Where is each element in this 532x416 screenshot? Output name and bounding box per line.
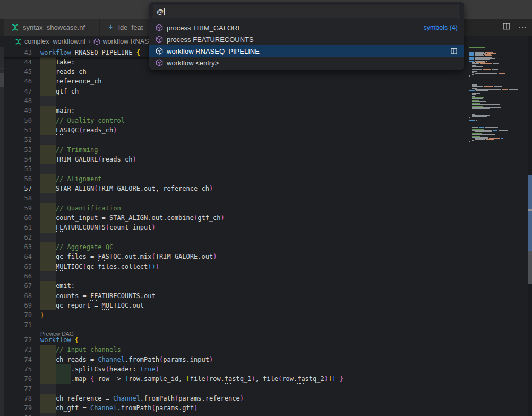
line-number[interactable]: 68 <box>4 291 32 301</box>
code-line[interactable]: reads_ch <box>40 67 87 77</box>
line-number[interactable]: 54 <box>4 155 32 164</box>
code-token: qc_files.collect <box>87 263 148 270</box>
right-scrollbar[interactable] <box>528 0 532 416</box>
scrollbar-segment[interactable] <box>528 211 532 251</box>
quick-pick-input[interactable]: @ <box>153 5 459 18</box>
code-line[interactable]: .map { row -> [row.sample_id, [file(row.… <box>40 374 344 384</box>
code-line[interactable]: } <box>40 310 44 320</box>
code-token: ) <box>209 356 213 363</box>
line-number[interactable]: 49 <box>4 106 32 115</box>
line-number[interactable]: 65 <box>4 262 32 271</box>
line-number[interactable]: 76 <box>4 374 32 384</box>
line-number[interactable]: 43 <box>4 48 32 57</box>
code-token: params.gtf <box>156 404 194 412</box>
code-line[interactable]: emit: <box>40 281 75 291</box>
code-line[interactable]: qc_report = MULTIQC.out <box>40 301 144 310</box>
line-number[interactable]: 64 <box>4 252 32 261</box>
tab-syntax-showcase[interactable]: syntax_showcase.nf <box>4 19 99 36</box>
line-number[interactable]: 51 <box>4 125 32 135</box>
code-line[interactable]: // Quality control <box>40 116 125 125</box>
line-number[interactable]: 73 <box>4 345 32 354</box>
line-number[interactable]: 53 <box>4 145 32 155</box>
code-line[interactable]: .splitCsv(header: true) <box>40 364 159 374</box>
scrollbar-segment[interactable] <box>528 0 532 19</box>
indent-guide-bar <box>40 413 56 416</box>
code-line[interactable]: // Input channels <box>40 345 121 354</box>
line-number[interactable]: 55 <box>4 164 32 174</box>
line-number[interactable]: 63 <box>4 242 32 252</box>
line-number[interactable]: 52 <box>4 135 32 145</box>
minimap[interactable] <box>464 47 528 416</box>
line-number[interactable]: 80 <box>4 413 32 416</box>
line-number[interactable]: 71 <box>4 320 32 330</box>
line-number[interactable]: 45 <box>4 67 32 77</box>
more-actions-icon[interactable]: ⋯ <box>518 22 527 32</box>
code-token: ch_reference = <box>40 395 113 402</box>
code-token: // Alignment <box>40 175 102 183</box>
code-line[interactable]: count_input = STAR_ALIGN.out.combine(gtf… <box>40 213 225 223</box>
line-number[interactable]: 47 <box>4 87 32 96</box>
line-number[interactable]: 66 <box>4 271 32 281</box>
code-line[interactable]: // Trimming <box>40 145 98 155</box>
code-line[interactable]: FEATURECOUNTS(count_input) <box>40 223 156 232</box>
quick-pick-item[interactable]: workflow RNASEQ_PIPELINE <box>149 45 464 57</box>
code-token: row. <box>209 375 225 383</box>
scrollbar-segment[interactable] <box>528 36 532 175</box>
line-number[interactable]: 62 <box>4 233 32 242</box>
codelens-preview-dag[interactable]: Preview DAG <box>40 330 74 337</box>
line-number[interactable]: 50 <box>4 116 32 125</box>
line-number[interactable]: 74 <box>4 355 32 364</box>
scrollbar-segment[interactable] <box>528 251 532 284</box>
line-number[interactable]: 57 <box>4 184 32 193</box>
code-line[interactable]: reference_ch <box>40 77 102 86</box>
line-number[interactable]: 61 <box>4 223 32 232</box>
minimap-line <box>472 86 483 87</box>
line-number[interactable]: 67 <box>4 281 32 291</box>
line-number[interactable]: 46 <box>4 77 32 86</box>
line-number[interactable]: 58 <box>4 193 32 203</box>
quick-pick-item[interactable]: workflow <entry> <box>149 57 464 69</box>
line-number[interactable]: 48 <box>4 96 32 106</box>
line-number[interactable]: 70 <box>4 310 32 320</box>
code-line[interactable]: counts = FEATURECOUNTS.out <box>40 291 156 301</box>
scrollbar-segment[interactable] <box>528 175 532 209</box>
code-token: ) <box>152 224 156 231</box>
code-line[interactable]: gtf_ch <box>40 87 79 96</box>
open-to-side-icon[interactable] <box>450 48 458 55</box>
line-number[interactable]: 72 <box>4 335 32 345</box>
line-number[interactable]: 56 <box>4 174 32 184</box>
code-line[interactable]: FASTQC(reads_ch) <box>40 125 117 135</box>
code-token: TRIM_GALORE <box>40 156 98 163</box>
code-line[interactable]: ch_reads = Channel.fromPath(params.input… <box>40 355 213 364</box>
code-line[interactable]: workflow RNASEQ_PIPELINE { <box>40 48 140 57</box>
code-line[interactable]: qc_files = FASTQC.out.mix(TRIM_GALORE.ou… <box>40 252 217 261</box>
code-line[interactable]: // Aggregate QC <box>40 242 113 252</box>
code-line[interactable]: ch_reference = Channel.fromPath(params.r… <box>40 394 244 403</box>
quick-pick-item[interactable]: process FEATURECOUNTS <box>149 33 464 45</box>
breadcrumb-file[interactable]: complex_workflow.nf <box>24 38 85 45</box>
left-scrollbar-slider[interactable] <box>0 73 4 87</box>
code-line[interactable]: // Quantification <box>40 203 121 213</box>
code-line[interactable]: ch_gtf = Channel.fromPath(params.gtf) <box>40 403 198 413</box>
code-line[interactable]: workflow { <box>40 335 79 345</box>
code-line[interactable]: main: <box>40 106 75 115</box>
line-number[interactable]: 69 <box>4 301 32 310</box>
code-line[interactable]: TRIM_GALORE(reads_ch) <box>40 155 136 164</box>
scrollbar-segment[interactable] <box>528 19 532 36</box>
code-line[interactable]: MULTIQC(qc_files.collect()) <box>40 262 159 271</box>
line-number[interactable]: 60 <box>4 213 32 223</box>
symbols-count-link[interactable]: symbols (4) <box>423 24 458 31</box>
code-editor[interactable]: 43workflow RNASEQ_PIPELINE {44 take:45 r… <box>4 47 464 416</box>
code-token: () <box>148 263 155 270</box>
line-number[interactable]: 77 <box>4 384 32 394</box>
line-number[interactable]: 79 <box>4 403 32 413</box>
symbol-cube-icon <box>156 47 163 55</box>
line-number[interactable]: 75 <box>4 364 32 374</box>
split-editor-icon[interactable] <box>502 22 511 32</box>
scrollbar-segment[interactable] <box>528 284 532 416</box>
quick-pick-item[interactable]: process TRIM_GALOREsymbols (4) <box>149 22 464 33</box>
code-token: // Quantification <box>40 205 121 212</box>
line-number[interactable]: 59 <box>4 203 32 213</box>
line-number[interactable]: 78 <box>4 394 32 403</box>
code-line[interactable]: // Alignment <box>40 174 102 184</box>
